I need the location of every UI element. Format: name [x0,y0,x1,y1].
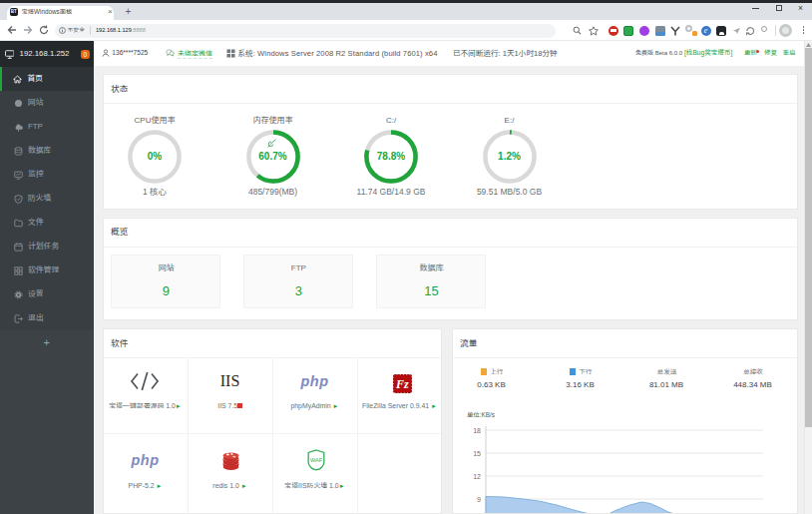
svg-text:15: 15 [473,450,481,457]
svg-text:12: 12 [473,473,481,480]
svg-text:18: 18 [473,427,481,434]
svg-text:WAF: WAF [310,457,323,463]
svg-text:9: 9 [477,496,481,503]
